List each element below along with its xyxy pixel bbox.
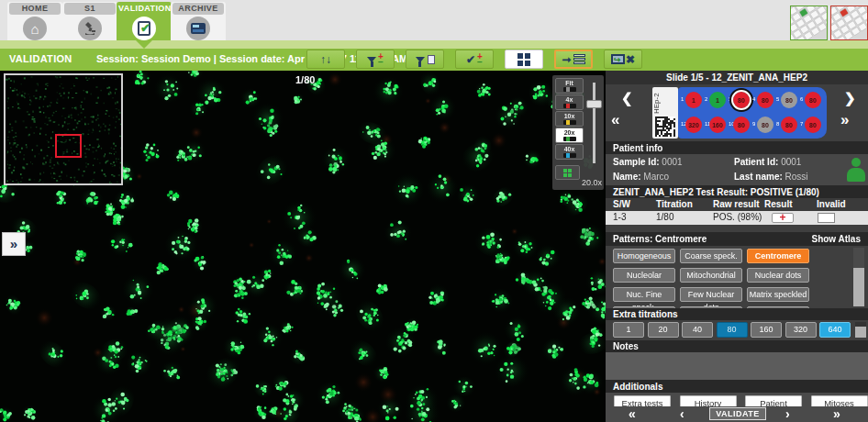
result-positive-cross-icon[interactable]: + [772,213,794,223]
page-title: VALIDATION [9,53,72,64]
titrations-scrollbar[interactable] [855,322,866,338]
roi-rectangle[interactable] [55,134,82,158]
titration-button-20[interactable]: 20 [648,322,679,338]
show-atlas-link[interactable]: Show Atlas [811,234,861,244]
slide-navigator: ❮ « ❯ » HEp-2 1 12 13 804 805 806 80 12 … [606,84,868,141]
tab-validation[interactable]: VALIDATION✔ [117,2,172,40]
notes-input[interactable] [606,352,868,380]
result-table-row[interactable]: 1-3 1/80 POS. (98%) + [606,211,868,225]
patient-person-icon[interactable] [846,158,866,182]
well-7[interactable]: 7 80 [801,115,825,137]
tab-archive[interactable]: ARCHIVE [171,2,226,40]
close-screen-button[interactable]: ↪✖ [604,50,642,69]
well-2[interactable]: 2 1 [706,90,729,112]
sample-id-label: Sample Id: [613,157,660,167]
last-slide-button[interactable]: » [833,406,840,421]
snapshot-grid-button[interactable] [555,165,580,180]
zoom-fit-button[interactable]: Fit [555,78,584,94]
well-1[interactable]: 1 1 [682,90,706,112]
active-tab-pointer [136,40,152,49]
titration-button-80[interactable]: 80 [717,322,748,338]
pattern-button-homogeneous[interactable]: Homogeneous [613,249,675,263]
titrations-scrollbar-thumb[interactable] [855,322,866,327]
first-well-button[interactable]: « [611,114,621,127]
tab-label: VALIDATION [118,3,170,15]
zoom-4x-button[interactable]: 4x [555,94,584,110]
well-12[interactable]: 12 320 [682,115,706,137]
grid-view-button[interactable] [505,50,543,69]
titration-button-160[interactable]: 160 [751,322,782,338]
microscopy-viewer[interactable]: 1/80 Fit 4x 10x 20x 40x 20.0x » [0,71,606,422]
prev-slide-button[interactable]: ‹ [680,406,684,421]
titration-button-640[interactable]: 640 [819,322,851,338]
prev-well-button[interactable]: ❮ [621,92,633,105]
well-position: 7 [800,121,803,127]
sample-id-value: 0001 [662,157,682,167]
slide-title: Slide 1/5 - 12_ZENIT_ANA_HEP2 [606,71,868,84]
tab-label: HOME [9,3,61,15]
zoom-slider-track[interactable] [593,83,595,163]
pattern-button-few-nuclear-dots[interactable]: Few Nuclear dots [680,287,742,302]
column-raw-result: Raw result [713,199,760,209]
cell-titration: 1/80 [656,212,673,222]
titration-button-1[interactable]: 1 [613,322,644,338]
pattern-button-coarse-speck[interactable]: Coarse speck. [680,249,742,263]
home-icon: ⌂ [7,16,62,41]
overview-thumbnail[interactable] [4,73,123,185]
tab-s1[interactable]: S1 [62,2,117,40]
pattern-button-centromere[interactable]: Centromere [747,249,809,263]
pattern-button-nucleolar[interactable]: Nucleolar [613,268,675,283]
bottom-navigation: « ‹ VALIDATE › » [606,406,868,422]
zoom-20x-button[interactable]: 20x [555,128,584,143]
validation-check-icon: ✔ [117,16,172,41]
well-position: 2 [705,96,707,102]
keyboard-green-icon [791,6,827,39]
test-result-header: ZENIT_ANA_HEP2 Test Result: POSITIVE (1/… [606,185,868,198]
cell-raw-result: POS. (98%) [713,212,762,222]
filter-report-button[interactable] [406,50,444,69]
last-well-button[interactable]: » [840,114,849,127]
well-11[interactable]: 11 160 [706,115,729,137]
zoom-button-label: 4x [566,96,573,103]
titration-button-40[interactable]: 40 [682,322,713,338]
grid-view-icon [517,53,530,66]
expand-sidebar-button[interactable]: » [2,232,26,256]
titration-button-320[interactable]: 320 [785,322,817,338]
filter-report-icon [416,55,435,64]
send-to-list-button[interactable]: ➞ [554,50,593,69]
red-key-shortcut-image[interactable] [830,6,868,40]
pattern-button-nuclear-dots[interactable]: Nuclear dots [747,268,809,283]
first-slide-button[interactable]: « [629,406,636,421]
zoom-10x-button[interactable]: 10x [555,111,584,127]
well-6[interactable]: 6 80 [801,90,825,112]
well-9[interactable]: 9 80 [753,115,777,137]
well-8[interactable]: 8 80 [777,115,801,137]
sort-up-down-button[interactable]: ↑↓ [306,50,345,69]
well-titer: 80 [805,92,821,108]
green-key-shortcut-image[interactable] [790,6,828,40]
well-10[interactable]: 10 80 [729,115,753,137]
next-well-button[interactable]: ❯ [844,92,856,105]
validate-button[interactable]: VALIDATE [709,407,766,420]
well-titer: 80 [733,117,750,133]
zoom-40x-button[interactable]: 40x [555,144,584,160]
patterns-scrollbar[interactable] [853,248,864,306]
well-titer: 80 [781,117,797,133]
pattern-button-mitochondrial[interactable]: Mitochondrial [680,268,742,283]
tab-home[interactable]: HOME⌂ [7,2,62,40]
filter-add-remove-button[interactable]: +− [356,50,395,69]
tab-label: S1 [64,3,116,15]
pattern-button-matrix-speckled[interactable]: Matrix speckled [747,287,809,302]
well-titer: 80 [733,92,750,108]
approve-add-remove-button[interactable]: ✔+− [455,50,494,69]
invalid-checkbox[interactable] [818,213,835,223]
well-3[interactable]: 3 80 [729,90,753,112]
well-4[interactable]: 4 80 [753,90,777,112]
next-slide-button[interactable]: › [785,406,790,421]
pattern-button-nuc-fine-speck[interactable]: Nuc. Fine speck. [613,287,675,302]
well-position: 4 [752,96,755,102]
zoom-slider-handle[interactable] [586,100,602,108]
patterns-scrollbar-thumb[interactable] [853,248,864,268]
well-5[interactable]: 5 80 [777,90,801,112]
archive-icon [171,16,226,41]
